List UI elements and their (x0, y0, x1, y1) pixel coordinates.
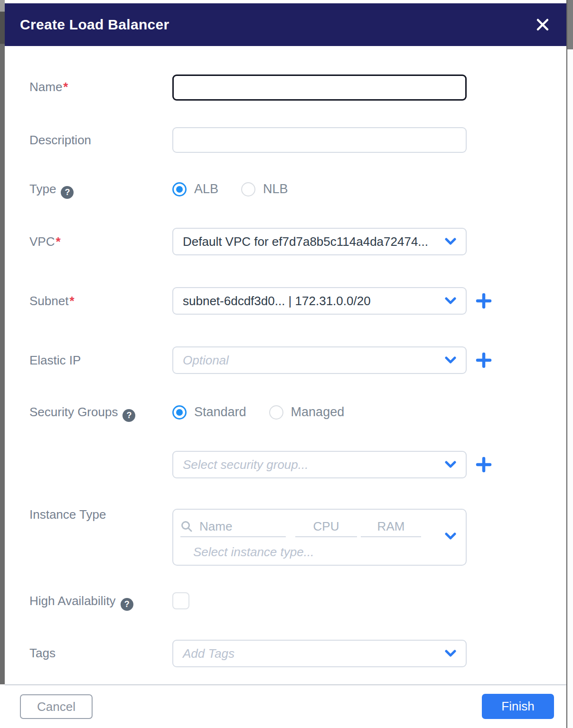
vpc-select[interactable]: Default VPC for ef7d7a8b5c114a4da72474..… (172, 228, 467, 255)
security-groups-radio-group: Standard Managed (172, 405, 344, 420)
close-button[interactable] (532, 14, 553, 35)
radio-alb-label[interactable]: ALB (194, 182, 218, 196)
instance-type-select[interactable]: Name CPU RAM Select instance type... (172, 509, 467, 566)
radio-nlb[interactable] (241, 182, 255, 196)
subnet-label: Subnet* (29, 294, 75, 308)
required-asterisk: * (69, 294, 74, 308)
type-label: Type? (29, 182, 74, 199)
security-group-placeholder: Select security group... (183, 457, 308, 472)
finish-button[interactable]: Finish (482, 694, 554, 719)
plus-icon (475, 456, 492, 473)
vpc-select-value: Default VPC for ef7d7a8b5c114a4da72474..… (183, 234, 428, 249)
name-input[interactable] (172, 75, 467, 101)
instance-ram-placeholder: RAM (377, 519, 405, 534)
subnet-select[interactable]: subnet-6dcdf3d0... | 172.31.0.0/20 (172, 287, 467, 315)
radio-standard[interactable] (172, 405, 187, 420)
subnet-label-text: Subnet (29, 294, 68, 308)
modal-header: Create Load Balancer (5, 3, 566, 46)
radio-managed-label[interactable]: Managed (291, 405, 345, 420)
add-subnet-button[interactable] (474, 291, 494, 311)
add-security-group-button[interactable] (474, 455, 494, 475)
radio-standard-label[interactable]: Standard (194, 405, 246, 420)
instance-cpu-placeholder: CPU (313, 519, 339, 534)
security-group-select[interactable]: Select security group... (172, 451, 467, 478)
vpc-label: VPC* (29, 234, 61, 249)
help-icon[interactable]: ? (121, 598, 133, 611)
instance-name-filter[interactable]: Name (180, 516, 286, 537)
create-load-balancer-modal: Create Load Balancer Name* Description T… (5, 0, 566, 728)
type-label-text: Type (29, 182, 56, 196)
chevron-down-icon (445, 532, 456, 542)
search-icon (180, 520, 193, 532)
modal-footer: Cancel Finish (5, 684, 566, 728)
scrollbar-thumb[interactable] (567, 0, 573, 49)
chevron-down-icon (445, 461, 456, 468)
modal-title: Create Load Balancer (20, 17, 169, 33)
chevron-down-icon (445, 238, 456, 245)
tags-label: Tags (29, 646, 56, 661)
instance-type-label: Instance Type (29, 507, 106, 522)
required-asterisk: * (63, 80, 68, 94)
required-asterisk: * (56, 234, 60, 249)
page-backdrop-strip (0, 0, 5, 684)
instance-name-placeholder: Name (199, 519, 232, 534)
plus-icon (475, 292, 492, 309)
name-label-text: Name (29, 80, 62, 94)
chevron-down-icon (445, 356, 456, 364)
radio-managed[interactable] (269, 405, 283, 420)
help-icon[interactable]: ? (122, 409, 135, 422)
instance-cpu-filter[interactable]: CPU (295, 516, 357, 537)
tags-select[interactable]: Add Tags (172, 640, 467, 667)
high-availability-label-text: High Availability (29, 594, 116, 608)
instance-ram-filter[interactable]: RAM (361, 516, 421, 537)
high-availability-label: High Availability? (29, 594, 133, 611)
help-icon[interactable]: ? (61, 186, 74, 199)
cancel-button[interactable]: Cancel (20, 694, 93, 719)
close-icon (535, 17, 550, 32)
description-label: Description (29, 133, 91, 148)
scrollbar-track[interactable] (566, 0, 573, 728)
security-groups-label-text: Security Groups (29, 405, 118, 419)
radio-nlb-label[interactable]: NLB (263, 182, 288, 196)
chevron-down-icon (445, 297, 456, 305)
chevron-down-icon (445, 650, 456, 657)
screen: Create Load Balancer Name* Description T… (0, 0, 573, 728)
name-label: Name* (29, 80, 68, 94)
radio-alb[interactable] (172, 182, 187, 196)
elastic-ip-select[interactable]: Optional (172, 346, 467, 374)
tags-placeholder: Add Tags (183, 646, 235, 661)
elastic-ip-placeholder: Optional (183, 353, 229, 368)
subnet-select-value: subnet-6dcdf3d0... | 172.31.0.0/20 (183, 294, 371, 308)
high-availability-checkbox[interactable] (172, 592, 189, 609)
description-input[interactable] (172, 127, 467, 153)
security-groups-label: Security Groups? (29, 405, 135, 422)
add-elastic-ip-button[interactable] (474, 350, 494, 370)
plus-icon (475, 352, 492, 369)
instance-type-placeholder: Select instance type... (193, 545, 314, 560)
type-radio-group: ALB NLB (172, 182, 288, 196)
elastic-ip-label: Elastic IP (29, 353, 81, 368)
vpc-label-text: VPC (29, 234, 55, 249)
